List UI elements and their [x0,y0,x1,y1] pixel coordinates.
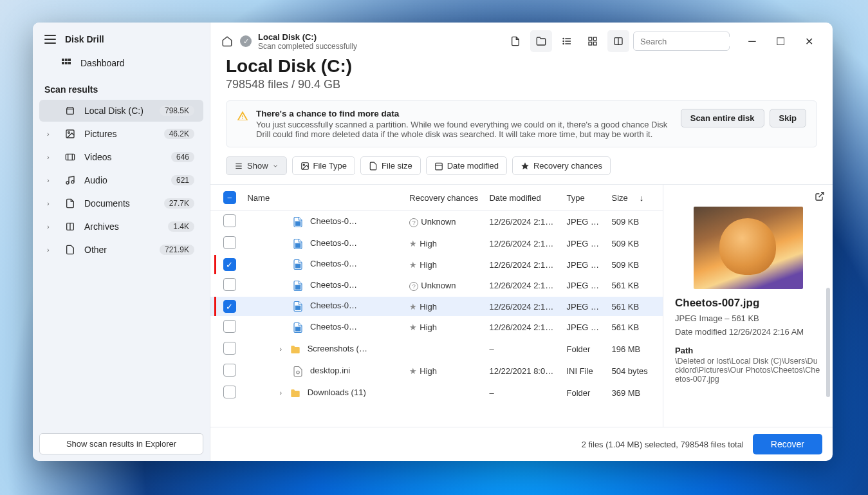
sidebar-item-picture[interactable]: ›Pictures46.2K [39,123,203,145]
recover-button[interactable]: Recover [753,434,822,454]
cell-type: JPEG Im… [561,275,606,297]
row-checkbox[interactable] [223,214,236,227]
sidebar-item-badge: 46.2K [164,129,194,139]
row-checkbox[interactable] [223,386,236,398]
svg-rect-38 [296,243,301,247]
table-row[interactable]: Cheetos-0…★High12/26/2024 2:16…JPEG Im…5… [210,233,663,255]
menu-icon[interactable] [44,35,56,44]
notice-banner: There's a chance to find more data You j… [226,100,817,147]
folder-view-icon[interactable] [530,30,552,52]
app-window: Disk Drill Dashboard Scan results Local … [33,23,833,461]
sidebar-item-label: Pictures [84,129,155,139]
row-checkbox[interactable] [223,364,236,377]
table-row[interactable]: Cheetos-0…★High12/26/2024 2:16…JPEG Im…5… [210,317,663,339]
cell-recovery: ?Unknown [404,211,484,233]
svg-rect-37 [296,221,301,225]
popout-icon[interactable] [815,191,825,204]
svg-rect-24 [593,42,596,45]
file-view-icon[interactable] [504,30,526,52]
sidebar-item-badge: 798.5K [160,106,194,116]
cell-size: 504 bytes [606,360,663,382]
column-header-size[interactable]: Size ↓ [606,185,663,211]
table-row[interactable]: Cheetos-0…?Unknown12/26/2024 2:17…JPEG I… [210,211,663,233]
row-checkbox[interactable] [223,278,236,291]
cell-date: 12/26/2024 2:16… [484,255,561,275]
folder-icon [290,343,301,356]
star-icon: ★ [409,302,417,312]
scan-entire-disk-button[interactable]: Scan entire disk [681,109,764,127]
close-button[interactable]: ✕ [795,32,822,51]
show-in-explorer-button[interactable]: Show scan results in Explorer [39,433,203,454]
date-filter-button[interactable]: Date modified [426,156,507,175]
table-row[interactable]: ✓ Cheetos-0…★High12/26/2024 2:16…JPEG Im… [210,255,663,275]
row-checkbox[interactable] [223,320,236,333]
file-table[interactable]: − Name Recovery chances Date modified Ty… [210,185,663,427]
grid-view-icon[interactable] [582,30,604,52]
document-icon [65,198,75,209]
sidebar-item-archive[interactable]: ›Archives1.4K [39,216,203,238]
sidebar-item-label: Other [84,245,151,255]
list-view-icon[interactable] [556,30,578,52]
row-checkbox[interactable] [223,342,236,355]
minimize-button[interactable]: ─ [739,32,766,51]
sidebar-item-audio[interactable]: ›Audio621 [39,169,203,191]
row-checkbox[interactable]: ✓ [223,258,236,271]
topbar: ✓ Local Disk (C:) Scan completed success… [210,23,833,52]
chevron-right-icon[interactable]: › [279,389,287,397]
file-size-filter-button[interactable]: File size [360,156,421,175]
chevron-right-icon[interactable]: › [279,345,287,353]
folder-icon [290,387,301,400]
column-header-type[interactable]: Type [561,185,606,211]
cell-type: JPEG Im… [561,317,606,339]
sidebar-item-disk[interactable]: Local Disk (C:)798.5K [39,100,203,122]
svg-rect-22 [593,37,596,41]
preview-panel: Cheetos-007.jpg JPEG Image – 561 KB Date… [663,185,833,427]
table-row[interactable]: desktop.ini★High12/22/2021 8:05…INI File… [210,360,663,382]
dashboard-icon [61,58,71,68]
svg-rect-1 [65,59,68,61]
cell-name: Cheetos-0… [242,211,404,233]
cell-recovery [404,339,484,360]
scrollbar[interactable] [826,288,830,397]
sidebar-item-video[interactable]: ›Videos646 [39,146,203,168]
maximize-button[interactable]: ☐ [767,32,794,51]
sidebar-item-dashboard[interactable]: Dashboard [39,52,203,74]
table-row[interactable]: › Screenshots (…–Folder196 MB [210,339,663,360]
picture-icon [300,162,309,171]
table-row[interactable]: › Downloads (11)–Folder369 MB [210,382,663,404]
page-subtitle: 798548 files / 90.4 GB [226,78,817,91]
sidebar-item-other[interactable]: ›Other721.9K [39,239,203,261]
breadcrumb: Local Disk (C:) Scan completed successfu… [258,32,357,51]
show-filter-button[interactable]: Show [226,156,287,175]
select-all-checkbox[interactable]: − [223,191,236,204]
sidebar-item-badge: 721.9K [160,245,194,255]
svg-point-20 [563,43,564,44]
cell-size: 196 MB [606,339,663,360]
split-view-icon[interactable] [607,30,629,52]
cell-date: 12/26/2024 2:16… [484,233,561,255]
table-row[interactable]: ✓ Cheetos-0…★High12/26/2024 2:16…JPEG Im… [210,297,663,317]
notice-title: There's a chance to find more data [256,109,673,118]
sidebar-item-document[interactable]: ›Documents27.7K [39,192,203,214]
recovery-filter-button[interactable]: Recovery chances [512,156,611,175]
cell-size: 369 MB [606,382,663,404]
image-file-icon [292,216,304,229]
row-checkbox[interactable] [223,236,236,249]
skip-button[interactable]: Skip [770,109,806,127]
video-icon [65,152,75,162]
home-icon[interactable] [221,35,234,48]
column-header-date[interactable]: Date modified [484,185,561,211]
column-header-name[interactable]: Name [242,185,404,211]
search-box[interactable] [633,32,730,51]
svg-rect-41 [296,306,301,310]
column-header-recovery[interactable]: Recovery chances [404,185,484,211]
cell-name: › Downloads (11) [242,382,404,404]
row-checkbox[interactable]: ✓ [223,300,236,313]
sliders-icon [234,162,243,171]
audio-icon [65,175,75,185]
file-type-filter-button[interactable]: File Type [292,156,356,175]
chevron-right-icon: › [47,153,53,161]
table-row[interactable]: Cheetos-0…?Unknown12/26/2024 2:17…JPEG I… [210,275,663,297]
cell-date: – [484,382,561,404]
search-input[interactable] [640,37,748,46]
